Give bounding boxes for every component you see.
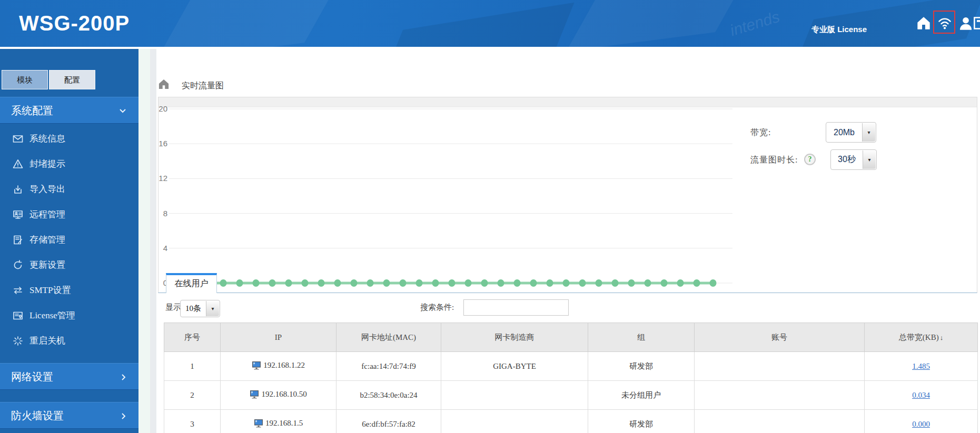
sidebar-item-label: 更新设置 <box>29 260 65 270</box>
breadcrumb: 实时流量图 <box>158 79 170 93</box>
bandwidth-link[interactable]: 0.034 <box>912 391 930 399</box>
sidebar-section-network-config[interactable]: 网络设置 <box>0 363 138 390</box>
sidebar-item-label: 存储管理 <box>29 235 65 245</box>
duration-value: 30秒 <box>831 150 863 169</box>
cell-account <box>695 352 865 381</box>
cell-mac: b2:58:34:0e:0a:24 <box>336 381 441 410</box>
cell-group: 研发部 <box>588 410 695 433</box>
svg-text:16: 16 <box>159 139 167 148</box>
sidebar-section-system-config[interactable]: 系统配置 <box>0 97 138 124</box>
column-header[interactable]: IP <box>221 323 336 352</box>
column-header[interactable]: 账号 <box>695 323 865 352</box>
sidebar-section-firewall-config[interactable]: 防火墙设置 <box>0 402 138 429</box>
sidebar-item-license-manage[interactable]: License管理 <box>0 303 138 328</box>
column-header[interactable]: 序号 <box>164 323 221 352</box>
license-icon <box>13 310 23 321</box>
bandwidth-select[interactable]: 20Mb ▾ <box>826 122 876 143</box>
cell-group: 未分组用户 <box>588 381 695 410</box>
home-breadcrumb-icon[interactable] <box>158 79 170 89</box>
cell-account <box>695 381 865 410</box>
header-texture <box>155 0 339 47</box>
cell-account <box>695 410 865 433</box>
table-row: 1 192.168.1.22fc:aa:14:7d:74:f9GIGA-BYTE… <box>164 352 978 381</box>
svg-text:4: 4 <box>163 244 167 253</box>
cell-ip: 192.168.1.5 <box>221 410 336 433</box>
column-header[interactable]: 总带宽(KB)↓ <box>865 323 978 352</box>
sidebar-item-label: 导入导出 <box>29 184 65 194</box>
column-header[interactable]: 网卡制造商 <box>441 323 588 352</box>
cell-bandwidth: 0.034 <box>865 381 978 410</box>
bandwidth-label: 带宽: <box>750 127 771 138</box>
remote-icon <box>13 209 23 220</box>
mail-icon <box>13 134 23 144</box>
header-texture <box>384 3 574 47</box>
storage-icon <box>13 235 23 245</box>
sidebar-item-label: 重启关机 <box>29 336 65 346</box>
sidebar-item-label: SMTP设置 <box>29 285 71 295</box>
sidebar-item-import-export[interactable]: 导入导出 <box>0 177 138 202</box>
chevron-right-icon <box>122 364 126 391</box>
app-window: intends WSG-200P 专业版 License 模块 配置 系统配置 <box>0 0 980 433</box>
online-users-table: 序号IP网卡地址(MAC)网卡制造商组账号总带宽(KB)↓ 1 192.168.… <box>164 323 978 433</box>
update-icon <box>13 260 23 270</box>
svg-text:12: 12 <box>159 174 167 183</box>
dropdown-arrow-icon[interactable]: ▾ <box>862 123 875 142</box>
header-texture <box>566 0 750 47</box>
section-label: 网络设置 <box>11 371 53 382</box>
help-icon[interactable]: ? <box>804 154 816 165</box>
cell-vendor: GIGA-BYTE <box>441 352 588 381</box>
header-watermark: intends <box>728 8 781 40</box>
sidebar-tab-module[interactable]: 模块 <box>2 70 48 89</box>
sidebar-item-smtp-setting[interactable]: SMTP设置 <box>0 278 138 303</box>
bandwidth-link[interactable]: 1.485 <box>912 362 930 370</box>
cell-no: 2 <box>164 381 221 410</box>
duration-select[interactable]: 30秒 ▾ <box>830 149 877 170</box>
column-header[interactable]: 网卡地址(MAC) <box>336 323 441 352</box>
restart-icon <box>13 336 23 346</box>
page-size-select[interactable]: 10条 ▾ <box>180 300 220 317</box>
computer-icon <box>252 361 261 370</box>
content-gutter-strip <box>150 49 156 433</box>
import-export-icon <box>13 184 23 195</box>
sidebar-item-label: License管理 <box>29 310 75 320</box>
bandwidth-link[interactable]: 0.000 <box>912 420 930 428</box>
license-badge: 专业版 License <box>811 25 867 35</box>
top-header: intends WSG-200P 专业版 License <box>0 0 980 47</box>
cell-no: 3 <box>164 410 221 433</box>
sidebar-item-storage-manage[interactable]: 存储管理 <box>0 227 138 253</box>
dropdown-arrow-icon[interactable]: ▾ <box>206 301 219 316</box>
sort-desc-icon: ↓ <box>940 334 944 341</box>
sidebar-item-label: 系统信息 <box>29 134 65 144</box>
sidebar: 模块 配置 系统配置 系统信息封堵提示导入导出远程管理存储管理更新设置SMTP设… <box>0 49 138 433</box>
sidebar-item-label: 远程管理 <box>29 209 65 219</box>
cell-bandwidth: 0.000 <box>865 410 978 433</box>
table-filter-row: 显示 10条 ▾ 搜索条件: <box>164 293 977 323</box>
sidebar-item-remote-manage[interactable]: 远程管理 <box>0 202 138 227</box>
search-label: 搜索条件: <box>420 303 454 313</box>
sidebar-item-reboot[interactable]: 重启关机 <box>0 328 138 354</box>
duration-label: 流量图时长: <box>750 155 798 166</box>
cell-no: 1 <box>164 352 221 381</box>
user-icon[interactable] <box>958 16 973 31</box>
exit-icon[interactable] <box>973 16 980 31</box>
tab-online-users[interactable]: 在线用户 <box>166 273 217 293</box>
cell-ip: 192.168.1.22 <box>221 352 336 381</box>
computer-icon <box>250 390 259 399</box>
sidebar-tab-config[interactable]: 配置 <box>49 70 95 89</box>
page-size-value: 10条 <box>181 300 206 317</box>
search-input[interactable] <box>463 299 569 316</box>
sidebar-item-block-tip[interactable]: 封堵提示 <box>0 152 138 177</box>
dropdown-arrow-icon[interactable]: ▾ <box>863 150 876 169</box>
chevron-right-icon <box>122 402 126 430</box>
warning-icon <box>13 159 23 169</box>
cell-vendor <box>441 410 588 433</box>
home-icon[interactable] <box>916 16 931 31</box>
column-header[interactable]: 组 <box>588 323 695 352</box>
table-row: 3 192.168.1.56e:df:bf:57:fa:82研发部0.000 <box>164 410 978 433</box>
cell-ip: 192.168.10.50 <box>221 381 336 410</box>
cell-bandwidth: 1.485 <box>865 352 978 381</box>
sidebar-item-update-setting[interactable]: 更新设置 <box>0 253 138 278</box>
bandwidth-value: 20Mb <box>826 123 862 142</box>
sidebar-item-system-info[interactable]: 系统信息 <box>0 126 138 152</box>
cell-vendor <box>441 381 588 410</box>
